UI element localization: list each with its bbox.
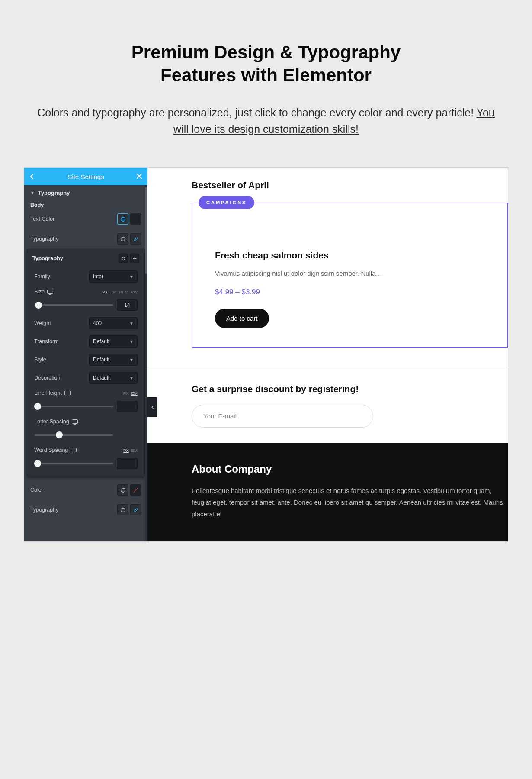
bestseller-heading: Bestseller of April bbox=[192, 180, 508, 190]
body-group-label: Body bbox=[24, 200, 147, 209]
typography-popover-title: Typography bbox=[32, 255, 117, 261]
globe-icon bbox=[120, 507, 126, 513]
family-select[interactable]: Inter▼ bbox=[89, 270, 138, 283]
word-spacing-label: Word Spacing bbox=[34, 447, 119, 453]
line-height-slider[interactable] bbox=[34, 406, 113, 407]
back-button[interactable] bbox=[29, 174, 39, 180]
elementor-panel: Site Settings ▼ Typography Body Text Col… bbox=[24, 168, 147, 541]
line-height-units[interactable]: PX EM bbox=[123, 391, 138, 396]
family-label: Family bbox=[34, 274, 85, 280]
responsive-icon[interactable] bbox=[64, 391, 71, 395]
add-button[interactable] bbox=[130, 254, 139, 263]
app-window: Site Settings ▼ Typography Body Text Col… bbox=[24, 167, 508, 542]
undo-icon bbox=[121, 256, 126, 261]
weight-label: Weight bbox=[34, 320, 85, 326]
transform-label: Transform bbox=[34, 338, 85, 344]
style-select[interactable]: Default▼ bbox=[89, 354, 138, 366]
hero-title: Premium Design & Typography Features wit… bbox=[35, 41, 497, 87]
close-icon bbox=[136, 173, 142, 179]
word-spacing-slider[interactable] bbox=[34, 463, 113, 464]
typography-popover: Typography Family Inter▼ bbox=[27, 249, 145, 477]
caret-down-icon: ▼ bbox=[30, 190, 35, 195]
section-typography-label: Typography bbox=[38, 190, 70, 196]
typography-label: Typography bbox=[30, 236, 117, 242]
globe-icon bbox=[120, 236, 126, 242]
section-typography-toggle[interactable]: ▼ Typography bbox=[24, 185, 147, 200]
word-spacing-input[interactable] bbox=[117, 458, 138, 469]
reset-button[interactable] bbox=[119, 254, 128, 263]
size-label: Size bbox=[34, 289, 98, 295]
color-label: Color bbox=[30, 487, 117, 493]
typography2-row: Typography bbox=[24, 500, 147, 520]
globe-icon bbox=[120, 487, 126, 493]
typography-row: Typography bbox=[24, 229, 147, 249]
decoration-select[interactable]: Default▼ bbox=[89, 372, 138, 384]
chevron-left-icon bbox=[151, 405, 154, 409]
panel-header: Site Settings bbox=[24, 168, 147, 185]
footer-heading: About Company bbox=[192, 463, 508, 475]
panel-scrollbar[interactable] bbox=[145, 185, 147, 541]
chevron-left-icon bbox=[29, 174, 34, 180]
style-label: Style bbox=[34, 357, 85, 363]
campaigns-badge: CAMPAIGNS bbox=[199, 196, 254, 209]
typography2-label: Typography bbox=[30, 507, 117, 513]
size-units[interactable]: PX EM REM VW bbox=[103, 290, 138, 294]
letter-spacing-slider[interactable] bbox=[34, 434, 113, 436]
word-spacing-units[interactable]: PX EM bbox=[123, 448, 138, 453]
line-height-label: Line-Height bbox=[34, 390, 119, 396]
product-price: $4.99 – $3.99 bbox=[215, 288, 484, 296]
color-row: Color bbox=[24, 480, 147, 500]
line-height-input[interactable] bbox=[117, 401, 138, 412]
size-input[interactable]: 14 bbox=[117, 299, 138, 311]
close-button[interactable] bbox=[133, 172, 142, 181]
newsletter-section: Get a surprise discount by registering! … bbox=[192, 367, 508, 428]
hero-description: Colors and typography are personalized, … bbox=[35, 105, 497, 137]
preview-canvas: Bestseller of April CAMPAIGNS Fresh chea… bbox=[147, 168, 508, 541]
color-swatch[interactable] bbox=[130, 213, 141, 225]
collapse-panel-tab[interactable] bbox=[147, 397, 157, 417]
hero-section: Premium Design & Typography Features wit… bbox=[0, 0, 532, 155]
global-typography-button-2[interactable] bbox=[117, 504, 128, 515]
weight-select[interactable]: 400▼ bbox=[89, 317, 138, 329]
responsive-icon[interactable] bbox=[71, 448, 77, 452]
text-color-row: Text Color bbox=[24, 209, 147, 229]
product-card: CAMPAIGNS Fresh cheap salmon sides Vivam… bbox=[192, 203, 508, 348]
responsive-icon[interactable] bbox=[47, 290, 53, 294]
responsive-icon[interactable] bbox=[72, 419, 78, 424]
footer-text: Pellentesque habitant morbi tristique se… bbox=[192, 485, 508, 520]
global-color-button[interactable] bbox=[117, 213, 128, 225]
pencil-icon bbox=[133, 507, 139, 513]
decoration-label: Decoration bbox=[34, 375, 85, 381]
color-swatch-none[interactable] bbox=[130, 484, 141, 496]
panel-title: Site Settings bbox=[39, 173, 133, 180]
transform-select[interactable]: Default▼ bbox=[89, 335, 138, 348]
global-typography-button[interactable] bbox=[117, 233, 128, 245]
text-color-label: Text Color bbox=[30, 216, 117, 222]
edit-typography-button[interactable] bbox=[130, 233, 141, 245]
email-input[interactable]: Your E-mail bbox=[192, 405, 373, 428]
edit-typography-button-2[interactable] bbox=[130, 504, 141, 515]
plus-icon bbox=[132, 256, 137, 261]
product-title: Fresh cheap salmon sides bbox=[215, 250, 484, 261]
letter-spacing-label: Letter Spacing bbox=[34, 418, 138, 425]
newsletter-heading: Get a surprise discount by registering! bbox=[192, 384, 508, 394]
global-color-button-2[interactable] bbox=[117, 484, 128, 496]
product-description: Vivamus adipiscing nisl ut dolor digniss… bbox=[215, 268, 484, 278]
add-to-cart-button[interactable]: Add to cart bbox=[215, 309, 269, 328]
globe-icon bbox=[120, 216, 126, 222]
size-slider[interactable] bbox=[34, 304, 113, 306]
pencil-icon bbox=[133, 236, 139, 242]
footer: About Company Pellentesque habitant morb… bbox=[147, 443, 508, 541]
